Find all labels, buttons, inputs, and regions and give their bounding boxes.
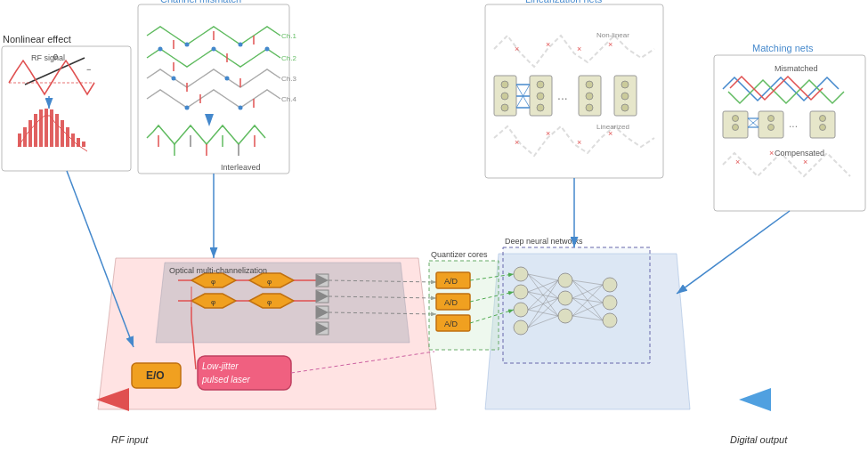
svg-marker-25 — [316, 274, 329, 287]
svg-rect-103 — [50, 109, 53, 147]
main-container: φ φ φ φ Quantizer cores — [0, 0, 868, 453]
svg-rect-39 — [436, 294, 470, 310]
svg-point-50 — [558, 291, 572, 305]
svg-text:φ: φ — [211, 278, 215, 286]
svg-point-52 — [603, 278, 617, 292]
svg-rect-35 — [429, 261, 499, 350]
svg-line-60 — [528, 292, 558, 316]
svg-text:Compensated: Compensated — [775, 149, 824, 158]
svg-line-76 — [470, 274, 514, 280]
svg-point-153 — [537, 81, 544, 88]
svg-text:A/D: A/D — [444, 277, 458, 286]
svg-line-199 — [67, 171, 134, 347]
svg-line-57 — [528, 274, 558, 316]
svg-rect-30 — [316, 322, 329, 335]
svg-point-180 — [768, 116, 775, 122]
svg-point-150 — [501, 93, 508, 100]
svg-rect-109 — [82, 142, 85, 147]
svg-line-75 — [572, 316, 603, 320]
svg-text:Ch.1: Ch.1 — [281, 32, 296, 40]
svg-line-61 — [528, 280, 558, 310]
svg-text:×: × — [608, 40, 612, 49]
svg-point-158 — [586, 81, 593, 88]
svg-point-163 — [621, 93, 629, 100]
svg-text:Low-jitter: Low-jitter — [202, 361, 239, 371]
svg-point-45 — [514, 267, 528, 281]
svg-rect-90 — [2, 46, 131, 171]
svg-text:Ch.4: Ch.4 — [281, 95, 296, 103]
svg-rect-99 — [28, 120, 32, 147]
svg-text:RF signal: RF signal — [31, 53, 65, 62]
svg-rect-176 — [723, 111, 748, 138]
svg-rect-108 — [77, 138, 80, 147]
svg-marker-5 — [156, 263, 410, 343]
svg-line-202 — [677, 211, 790, 294]
svg-rect-37 — [436, 272, 470, 288]
svg-rect-28 — [316, 306, 329, 319]
svg-marker-4 — [98, 258, 436, 409]
svg-line-32 — [329, 280, 436, 282]
svg-text:×: × — [735, 158, 740, 166]
svg-rect-161 — [614, 76, 637, 116]
svg-text:φ: φ — [267, 278, 272, 286]
svg-line-66 — [528, 316, 558, 328]
svg-rect-148 — [494, 76, 516, 116]
svg-rect-102 — [45, 109, 48, 147]
svg-marker-11 — [191, 294, 236, 308]
svg-line-34 — [329, 312, 436, 314]
svg-point-154 — [537, 93, 544, 100]
svg-rect-183 — [810, 111, 835, 138]
svg-text:A/D: A/D — [444, 298, 458, 307]
svg-text:0: 0 — [53, 53, 58, 61]
svg-rect-98 — [23, 127, 27, 147]
svg-point-121 — [212, 47, 216, 52]
svg-rect-41 — [436, 315, 470, 331]
svg-line-72 — [572, 298, 603, 320]
svg-text:Ch.2: Ch.2 — [281, 54, 296, 62]
svg-line-169 — [516, 85, 530, 108]
svg-point-53 — [603, 295, 617, 310]
svg-point-132 — [239, 106, 243, 110]
svg-text:Channel mismatch: Channel mismatch — [160, 0, 241, 4]
svg-text:×: × — [608, 129, 612, 138]
svg-point-116 — [239, 43, 243, 47]
svg-point-47 — [514, 303, 528, 317]
svg-point-164 — [621, 104, 629, 111]
svg-text:Interleaved: Interleaved — [221, 163, 261, 172]
svg-point-120 — [158, 47, 163, 52]
svg-rect-101 — [39, 109, 43, 147]
svg-point-177 — [733, 116, 739, 122]
svg-line-78 — [470, 310, 514, 323]
svg-point-178 — [733, 125, 739, 131]
svg-line-65 — [528, 298, 558, 328]
svg-rect-152 — [530, 76, 552, 116]
svg-line-59 — [528, 292, 558, 298]
svg-point-151 — [501, 104, 508, 111]
svg-text:Mismatched: Mismatched — [775, 64, 818, 73]
svg-marker-29 — [316, 306, 329, 319]
svg-point-46 — [514, 285, 528, 299]
svg-text:Quantizer cores: Quantizer cores — [431, 250, 488, 259]
svg-line-69 — [572, 280, 603, 320]
svg-text:×: × — [577, 44, 581, 53]
svg-rect-107 — [71, 133, 75, 147]
svg-text:A/D: A/D — [444, 320, 458, 328]
svg-line-70 — [572, 285, 603, 298]
svg-text:Non-linear: Non-linear — [596, 31, 629, 39]
svg-point-51 — [558, 309, 572, 323]
svg-line-84 — [291, 352, 434, 373]
svg-line-33 — [329, 296, 436, 298]
svg-point-149 — [501, 81, 508, 88]
svg-point-54 — [603, 313, 617, 328]
svg-point-160 — [586, 104, 593, 111]
svg-text:×: × — [546, 129, 550, 138]
svg-text:φ: φ — [211, 298, 215, 306]
svg-line-189 — [748, 118, 758, 127]
svg-point-159 — [586, 93, 593, 100]
svg-rect-104 — [55, 114, 59, 147]
svg-text:Ch.3: Ch.3 — [281, 75, 296, 83]
svg-point-115 — [185, 43, 190, 47]
svg-marker-85 — [96, 388, 129, 411]
svg-text:×: × — [769, 149, 774, 158]
svg-marker-31 — [316, 322, 329, 335]
